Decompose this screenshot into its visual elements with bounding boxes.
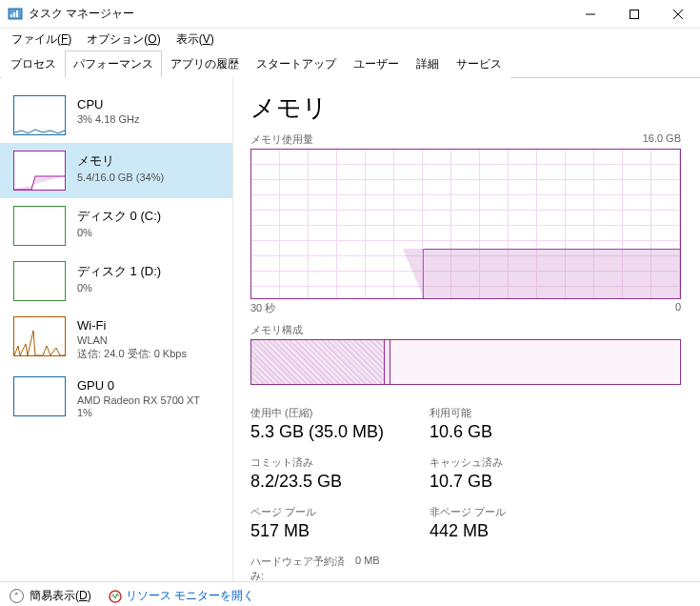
memory-usage-chart bbox=[250, 149, 681, 299]
svg-rect-2 bbox=[13, 12, 15, 17]
cached-label: キャッシュ済み bbox=[430, 455, 553, 470]
menu-view[interactable]: 表示(V) bbox=[169, 29, 222, 50]
disk1-sparkline bbox=[13, 261, 66, 301]
composition-standby bbox=[390, 340, 680, 384]
svg-rect-5 bbox=[630, 10, 639, 18]
cached-value: 10.7 GB bbox=[430, 472, 553, 492]
sidebar-item-label: GPU 0 bbox=[77, 378, 200, 393]
svg-rect-3 bbox=[16, 10, 18, 17]
sidebar-item-sub: WLAN bbox=[77, 334, 187, 346]
resmon-icon bbox=[109, 590, 122, 603]
tab-users[interactable]: ユーザー bbox=[345, 50, 408, 78]
app-icon bbox=[8, 7, 23, 22]
wifi-sparkline bbox=[13, 316, 66, 356]
gpu-sparkline bbox=[13, 376, 66, 416]
svg-point-8 bbox=[110, 591, 121, 602]
cpu-sparkline bbox=[13, 95, 66, 135]
nonpaged-label: 非ページ プール bbox=[430, 505, 553, 519]
tab-strip: プロセス パフォーマンス アプリの履歴 スタートアップ ユーザー 詳細 サービス bbox=[0, 50, 700, 78]
sidebar-item-sub: 0% bbox=[77, 282, 161, 293]
memory-sparkline bbox=[13, 151, 66, 191]
sidebar-item-sub2: 送信: 24.0 受信: 0 Kbps bbox=[77, 347, 187, 361]
tab-performance[interactable]: パフォーマンス bbox=[65, 50, 162, 78]
sidebar-item-label: メモリ bbox=[77, 152, 164, 170]
in-use-label: 使用中 (圧縮) bbox=[250, 406, 403, 420]
sidebar-item-cpu[interactable]: CPU 3% 4.18 GHz bbox=[0, 88, 232, 143]
nonpaged-value: 442 MB bbox=[430, 521, 553, 541]
composition-modified bbox=[385, 340, 391, 384]
tab-services[interactable]: サービス bbox=[448, 50, 510, 78]
chevron-up-icon[interactable]: ˄ bbox=[10, 589, 24, 603]
sidebar-item-label: CPU bbox=[77, 97, 139, 111]
sidebar-item-sub2: 1% bbox=[77, 407, 200, 418]
sidebar-item-wifi[interactable]: Wi-Fi WLAN 送信: 24.0 受信: 0 Kbps bbox=[0, 309, 232, 369]
menubar: ファイル(F) オプション(O) 表示(V) bbox=[0, 29, 700, 50]
tab-startup[interactable]: スタートアップ bbox=[248, 50, 345, 78]
minimize-button[interactable] bbox=[569, 0, 612, 29]
sidebar-item-memory[interactable]: メモリ 5.4/16.0 GB (34%) bbox=[0, 143, 232, 198]
menu-options[interactable]: オプション(O) bbox=[79, 29, 168, 50]
sidebar-item-sub: AMD Radeon RX 5700 XT bbox=[77, 394, 200, 406]
committed-label: コミット済み bbox=[250, 455, 403, 470]
sidebar-item-disk1[interactable]: ディスク 1 (D:) 0% bbox=[0, 253, 232, 309]
chart-y-max: 16.0 GB bbox=[643, 132, 681, 147]
chart-x-min: 0 bbox=[675, 301, 681, 315]
svg-rect-1 bbox=[10, 14, 12, 17]
composition-in-use bbox=[251, 340, 385, 384]
available-label: 利用可能 bbox=[430, 406, 553, 420]
memory-composition-bar bbox=[250, 339, 681, 385]
hw-reserved-label: ハードウェア予約済み: bbox=[250, 555, 355, 583]
performance-sidebar: CPU 3% 4.18 GHz メモリ 5.4/16.0 GB (34%) ディ… bbox=[0, 78, 233, 581]
chart-x-max: 30 秒 bbox=[250, 301, 275, 315]
fewer-details-link[interactable]: 簡易表示(D) bbox=[30, 588, 91, 604]
sidebar-item-sub: 3% 4.18 GHz bbox=[77, 113, 139, 125]
tab-processes[interactable]: プロセス bbox=[2, 50, 65, 78]
available-value: 10.6 GB bbox=[430, 422, 553, 442]
maximize-button[interactable] bbox=[612, 0, 656, 29]
hw-reserved-value: 0 MB bbox=[355, 555, 380, 583]
tab-app-history[interactable]: アプリの履歴 bbox=[162, 50, 248, 78]
tab-details[interactable]: 詳細 bbox=[408, 50, 448, 78]
committed-value: 8.2/23.5 GB bbox=[250, 472, 403, 492]
titlebar: タスク マネージャー bbox=[0, 0, 700, 29]
paged-label: ページ プール bbox=[250, 505, 403, 519]
close-button[interactable] bbox=[656, 0, 700, 29]
page-title: メモリ bbox=[250, 91, 681, 125]
sidebar-item-label: ディスク 0 (C:) bbox=[77, 208, 161, 225]
composition-label: メモリ構成 bbox=[250, 323, 681, 337]
menu-file[interactable]: ファイル(F) bbox=[4, 29, 79, 50]
chart-title: メモリ使用量 bbox=[250, 132, 313, 147]
sidebar-item-label: Wi-Fi bbox=[77, 318, 187, 333]
resmon-label: リソース モニターを開く bbox=[126, 588, 254, 604]
disk0-sparkline bbox=[13, 206, 66, 246]
sidebar-item-gpu0[interactable]: GPU 0 AMD Radeon RX 5700 XT 1% bbox=[0, 369, 232, 426]
paged-value: 517 MB bbox=[250, 521, 403, 541]
sidebar-item-sub: 5.4/16.0 GB (34%) bbox=[77, 172, 164, 183]
sidebar-item-label: ディスク 1 (D:) bbox=[77, 263, 161, 280]
main-panel: メモリ メモリ使用量 16.0 GB 30 秒 0 メモリ構成 使用中 (圧縮)… bbox=[233, 78, 700, 581]
resource-monitor-link[interactable]: リソース モニターを開く bbox=[109, 588, 254, 604]
in-use-value: 5.3 GB (35.0 MB) bbox=[250, 422, 403, 442]
sidebar-item-sub: 0% bbox=[77, 227, 161, 238]
sidebar-item-disk0[interactable]: ディスク 0 (C:) 0% bbox=[0, 198, 232, 253]
window-title: タスク マネージャー bbox=[29, 6, 569, 22]
